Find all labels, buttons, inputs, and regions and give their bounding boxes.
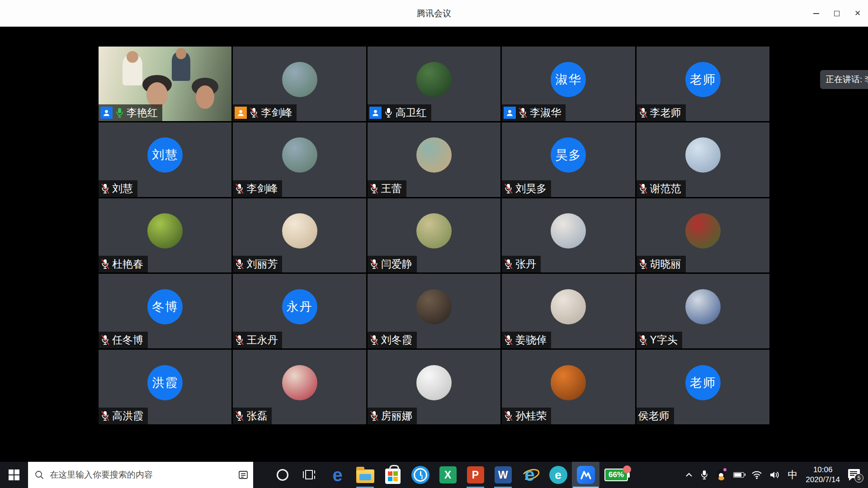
participant-tile[interactable]: 张磊 [233,350,366,424]
task-view-button[interactable] [296,462,324,488]
battery-icon [733,472,744,478]
participant-grid: 李艳红李剑峰高卫红淑华李淑华老师李老师刘慧刘慧李剑峰王蕾昊多刘昊多谢范范杜艳春刘… [99,47,769,424]
teal-e-app-icon: e [549,466,567,484]
participant-tile[interactable]: 老师李老师 [637,47,769,121]
participant-tile[interactable]: 王蕾 [368,122,500,197]
participant-name: 李剑峰 [246,182,278,196]
tray-date: 2020/7/14 [806,475,840,485]
participant-tile[interactable]: 高卫红 [368,47,500,121]
participant-tile[interactable]: 洪霞高洪霞 [99,350,231,424]
search-box-list-icon[interactable] [238,469,249,480]
participant-tile[interactable]: 杜艳春 [99,198,231,273]
meeting-stage: 李艳红李剑峰高卫红淑华李淑华老师李老师刘慧刘慧李剑峰王蕾昊多刘昊多谢范范杜艳春刘… [0,27,868,462]
participant-tile[interactable]: 永丹王永丹 [233,274,366,348]
powerpoint-icon: P [467,466,484,483]
tray-qq-button[interactable] [712,462,730,488]
excel-button[interactable]: X [434,462,462,488]
window-controls: ✕ [806,0,868,27]
mic-muted-icon [638,183,648,194]
microphone-icon [700,469,709,481]
search-box[interactable] [28,462,253,488]
speaker-icon [769,470,780,479]
video-person [176,48,187,59]
powerpoint-button[interactable]: P [462,462,489,488]
participant-tile[interactable]: 闫爱静 [368,198,500,273]
tray-volume-button[interactable] [766,462,784,488]
mic-muted-icon [518,107,528,118]
tray-ime-button[interactable]: 中 [784,462,801,488]
cortana-button[interactable] [269,462,296,488]
search-input[interactable] [50,470,238,480]
participant-label: 李艳红 [99,104,162,121]
file-explorer-icon [356,469,374,483]
mic-muted-icon [504,258,513,270]
cortana-icon [277,469,288,481]
avatar-photo [147,213,183,249]
participant-tile[interactable]: 刘冬霞 [368,274,500,348]
participant-tile[interactable]: Y字头 [637,274,769,348]
participant-name: 张磊 [246,409,267,423]
participant-name: 高卫红 [396,106,427,120]
participant-tile[interactable]: 胡晓丽 [637,198,769,273]
role-badge-blue [369,107,382,119]
participant-tile[interactable]: 李剑峰 [233,47,366,121]
store-button[interactable] [379,462,406,488]
participant-tile[interactable]: 谢范范 [637,122,769,197]
participant-name: 孙桂荣 [515,409,547,423]
action-center-button[interactable]: 5 [844,462,865,488]
tray-chevron-button[interactable] [682,462,696,488]
participant-tile[interactable]: 张丹 [502,198,635,273]
participant-name: 刘冬霞 [381,333,412,347]
participant-tile[interactable]: 冬博任冬博 [99,274,231,348]
participant-tile[interactable]: 老师侯老师 [637,350,769,424]
participant-tile[interactable]: 刘慧刘慧 [99,122,231,197]
close-icon: ✕ [854,9,861,17]
participant-tile[interactable]: 房丽娜 [368,350,500,424]
participant-tile[interactable]: 昊多刘昊多 [502,122,635,197]
tray-clock[interactable]: 10:06 2020/7/14 [801,462,844,488]
internet-explorer-button[interactable]: e [517,462,544,488]
tray-time: 10:06 [813,465,833,475]
teal-e-app-button[interactable]: e [544,462,572,488]
tencent-meeting-button[interactable] [572,462,599,488]
participant-label: 李剑峰 [233,180,282,197]
avatar-photo [685,289,721,324]
participant-name: 姜骁倬 [515,333,547,347]
battery-widget[interactable]: 66% [599,462,633,488]
alarms-clock-button[interactable] [406,462,434,488]
battery-percent: 66% [609,470,624,479]
speaking-toast: 正在讲话: 李 [820,70,868,89]
participant-tile[interactable]: 李艳红 [99,47,231,121]
tray-wifi-button[interactable] [748,462,766,488]
avatar-initials: 淑华 [551,62,586,97]
participant-name: 刘昊多 [515,182,547,196]
file-explorer-button[interactable] [351,462,379,488]
word-button[interactable]: W [489,462,517,488]
participant-tile[interactable]: 淑华李淑华 [502,47,635,121]
search-icon [34,470,44,480]
close-button[interactable]: ✕ [847,0,868,27]
tray-mic-button[interactable] [696,462,712,488]
participant-name: 刘丽芳 [246,257,278,271]
participant-tile[interactable]: 姜骁倬 [502,274,635,348]
tray-battery-button[interactable] [730,462,748,488]
tencent-meeting-icon [577,466,595,484]
participant-label: 闫爱静 [368,256,417,272]
avatar-photo [551,289,586,324]
start-button[interactable] [0,462,28,488]
avatar-photo [416,213,452,249]
maximize-button[interactable] [826,0,847,27]
participant-tile[interactable]: 刘丽芳 [233,198,366,273]
video-person [146,82,168,108]
minimize-button[interactable] [806,0,826,27]
participant-tile[interactable]: 李剑峰 [233,122,366,197]
participant-tile[interactable]: 孙桂荣 [502,350,635,424]
participant-label: 谢范范 [637,180,686,197]
mic-on-icon [384,107,393,118]
participant-name: 杜艳春 [112,257,143,271]
mic-muted-icon [638,258,648,270]
edge-button[interactable]: e [324,462,351,488]
participant-name: 闫爱静 [381,257,412,271]
store-icon [385,469,401,484]
participant-label: Y字头 [637,332,682,348]
